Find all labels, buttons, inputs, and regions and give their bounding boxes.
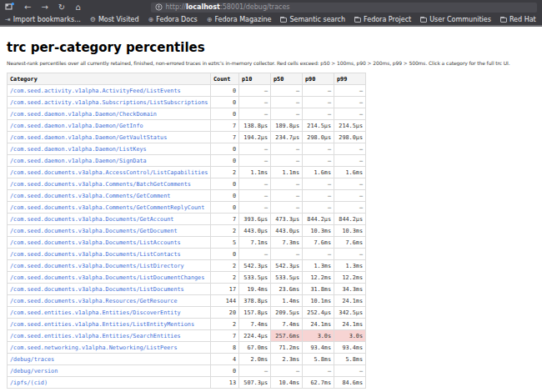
cell-category: /com.seed.entities.v1alpha.Entities/List…	[8, 319, 211, 330]
cell-category: /com.seed.documents.v3alpha.Documents/Ge…	[8, 214, 211, 225]
cell-count: 144	[211, 295, 239, 307]
forward-button[interactable]: →	[41, 3, 48, 12]
cell-p50: 10.4ms	[271, 377, 303, 389]
category-link[interactable]: /com.seed.entities.v1alpha.Entities/Disc…	[10, 309, 181, 316]
cell-p99: –	[334, 365, 366, 377]
category-link[interactable]: /com.seed.documents.v3alpha.Documents/Ge…	[10, 216, 173, 223]
bookmark-item[interactable]: Red Hat	[500, 17, 536, 23]
bookmark-item[interactable]: Fedora Project	[354, 17, 411, 23]
cell-count: 8	[211, 342, 239, 354]
category-link[interactable]: /com.seed.daemon.v1alpha.Daemon/GetVault…	[10, 134, 167, 141]
site-info-icon[interactable]	[155, 3, 163, 11]
cell-p50: –	[271, 249, 303, 260]
cell-p99: 3.0s	[334, 330, 366, 342]
column-header-p50: p50	[271, 73, 303, 85]
cell-category: /com.seed.documents.v3alpha.Documents/Li…	[8, 260, 211, 272]
bookmark-item[interactable]: Import bookmarks...	[5, 17, 81, 23]
cell-p99: 1.6ms	[334, 167, 366, 178]
category-link[interactable]: /com.seed.daemon.v1alpha.Daemon/CheckDom…	[10, 111, 157, 118]
cell-p99: –	[334, 143, 366, 155]
back-button[interactable]: ←	[24, 3, 31, 12]
table-row: /com.seed.activity.v1alpha.Subscriptions…	[8, 97, 366, 108]
bookmark-label: Fedora Docs	[156, 17, 197, 23]
bookmark-item[interactable]: Fedora Docs	[148, 17, 198, 23]
bookmark-label: Fedora Magazine	[214, 17, 271, 23]
bookmark-item[interactable]: Semantic search	[280, 17, 345, 23]
cell-p10: –	[239, 97, 271, 108]
category-link[interactable]: /com.seed.daemon.v1alpha.Daemon/ListKeys	[10, 146, 147, 153]
cell-p50: 2.3ms	[271, 354, 303, 365]
cell-p50: 533.5µs	[271, 272, 303, 284]
category-link[interactable]: /com.seed.networking.v1alpha.Networking/…	[10, 344, 178, 351]
cell-p50: 542.3µs	[271, 260, 303, 272]
category-link[interactable]: /com.seed.documents.v3alpha.Resources/Ge…	[10, 298, 178, 304]
cell-p10: –	[239, 249, 271, 260]
cell-count: 7	[211, 330, 239, 342]
cell-p99: 93.4ms	[334, 342, 366, 354]
cell-p90: 31.8ms	[303, 284, 334, 295]
category-link[interactable]: /com.seed.activity.v1alpha.Subscriptions…	[10, 99, 208, 106]
cell-p90: –	[303, 190, 334, 202]
table-row: /debug/traces 4 2.0ms 2.3ms 5.8ms 5.8ms	[8, 354, 366, 365]
cell-p90: –	[303, 143, 334, 155]
bookmark-label: Import bookmarks...	[13, 17, 81, 23]
cell-p90: 3.0s	[303, 330, 334, 342]
page-title: trc per-category percentiles	[7, 40, 535, 55]
cell-p99: –	[334, 108, 366, 120]
cell-p90: –	[303, 155, 334, 167]
url-bar[interactable]: http://localhost:58001/debug/traces	[151, 3, 537, 13]
category-link[interactable]: /com.seed.entities.v1alpha.Entities/List…	[10, 321, 194, 328]
cell-p99: 5.8ms	[334, 354, 366, 365]
cell-count: 2	[211, 319, 239, 330]
category-link[interactable]: /com.seed.documents.v3alpha.Documents/Li…	[10, 251, 181, 258]
cell-p99: –	[334, 97, 366, 108]
category-link[interactable]: /com.seed.daemon.v1alpha.Daemon/GetInfo	[10, 123, 143, 129]
cell-p10: 157.8µs	[239, 307, 271, 319]
cell-count: 17	[211, 284, 239, 295]
category-link[interactable]: /com.seed.daemon.v1alpha.Daemon/SignData	[10, 158, 147, 164]
category-link[interactable]: /com.seed.documents.v3alpha.Comments/Get…	[10, 193, 170, 199]
table-row: /com.seed.documents.v3alpha.Comments/Bat…	[8, 178, 366, 190]
category-link[interactable]: /debug/version	[10, 368, 58, 374]
cell-count: 7	[211, 120, 239, 132]
cell-count: 7	[211, 214, 239, 225]
tab-manager-icon[interactable]	[5, 3, 14, 13]
bookmark-item[interactable]: User Communities	[420, 17, 491, 23]
category-link[interactable]: /ipfs/(cid)	[10, 379, 48, 386]
reload-button[interactable]: ↻	[58, 3, 65, 12]
gear-icon	[90, 17, 96, 23]
cell-p50: 443.0µs	[271, 225, 303, 237]
cell-p10: 507.3µs	[239, 377, 271, 389]
category-link[interactable]: /com.seed.documents.v3alpha.Documents/Li…	[10, 286, 184, 293]
category-link[interactable]: /com.seed.activity.v1alpha.ActivityFeed/…	[10, 88, 181, 94]
category-link[interactable]: /com.seed.documents.v3alpha.Documents/Ge…	[10, 228, 178, 234]
bookmark-label: Most Visited	[98, 17, 139, 23]
bookmark-item[interactable]: Most Visited	[90, 17, 139, 23]
cell-p10: 67.0ms	[239, 342, 271, 354]
cell-p90: 252.4µs	[303, 307, 334, 319]
cell-p10: 393.6µs	[239, 214, 271, 225]
browser-chrome: ← → ↻ ⌂ http://localhost:58001/debug/tra…	[0, 0, 542, 27]
bookmarks-bar: Import bookmarks... Most Visited Fedora …	[0, 14, 542, 25]
bookmark-item[interactable]: Fedora Magazine	[207, 17, 272, 23]
cell-p50: 234.7µs	[271, 132, 303, 143]
cell-p90: 1.3ms	[303, 260, 334, 272]
home-button[interactable]: ⌂	[75, 3, 80, 12]
cell-p99: –	[334, 190, 366, 202]
category-link[interactable]: /com.seed.entities.v1alpha.Entities/Sear…	[10, 333, 181, 339]
cell-p10: 378.8µs	[239, 295, 271, 307]
cell-count: 0	[211, 178, 239, 190]
category-link[interactable]: /debug/traces	[10, 356, 54, 363]
category-link[interactable]: /com.seed.documents.v3alpha.Documents/Li…	[10, 239, 181, 246]
cell-count: 0	[211, 85, 239, 97]
category-link[interactable]: /com.seed.documents.v3alpha.AccessContro…	[10, 169, 208, 176]
category-link[interactable]: /com.seed.documents.v3alpha.Comments/Bat…	[10, 181, 191, 188]
cell-p10: 224.4µs	[239, 330, 271, 342]
cell-p99: –	[334, 249, 366, 260]
bookmark-label: User Communities	[429, 17, 491, 23]
category-link[interactable]: /com.seed.documents.v3alpha.Comments/Get…	[10, 204, 204, 211]
category-link[interactable]: /com.seed.documents.v3alpha.Documents/Li…	[10, 274, 204, 281]
cell-p10: 7.1ms	[239, 237, 271, 249]
cell-p90: 214.5µs	[303, 120, 334, 132]
category-link[interactable]: /com.seed.documents.v3alpha.Documents/Li…	[10, 263, 184, 269]
